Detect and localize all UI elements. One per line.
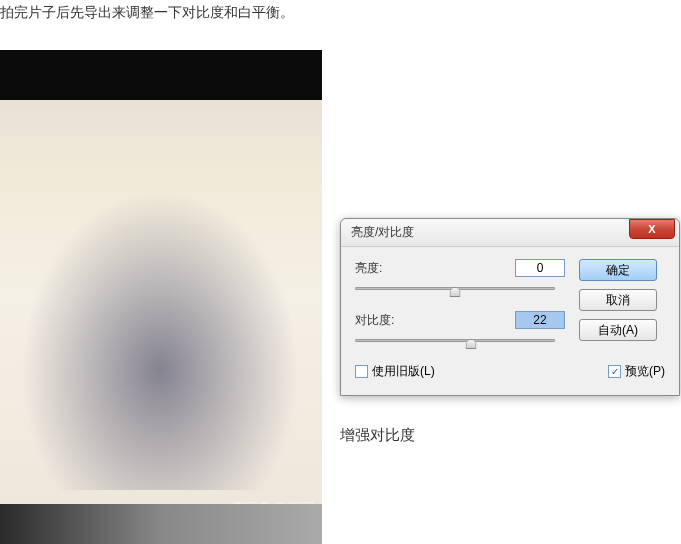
- close-icon: X: [648, 223, 655, 235]
- preview-label: 预览(P): [625, 363, 665, 380]
- caption-text: 增强对比度: [340, 426, 415, 445]
- watermark: 查字典 教程网 jiaocheng.chazidian.com: [193, 500, 314, 530]
- contrast-input[interactable]: [515, 311, 565, 329]
- contrast-row: 对比度:: [355, 311, 565, 329]
- brightness-slider[interactable]: [355, 283, 555, 297]
- watermark-line1: 查字典 教程网: [193, 500, 314, 517]
- slider-line: [355, 339, 555, 342]
- controls-left: 亮度: 对比度: 使用旧版(L): [355, 259, 565, 380]
- brightness-row: 亮度:: [355, 259, 565, 277]
- legacy-label: 使用旧版(L): [372, 363, 435, 380]
- legacy-checkbox-row: 使用旧版(L): [355, 363, 565, 380]
- contrast-label: 对比度:: [355, 312, 405, 329]
- studio-photo: 查字典 教程网 jiaocheng.chazidian.com: [0, 50, 322, 544]
- instruction-text: 拍完片子后先导出来调整一下对比度和白平衡。: [0, 4, 294, 22]
- close-button[interactable]: X: [629, 219, 675, 239]
- dialog-body: 亮度: 对比度: 使用旧版(L) 确定: [341, 247, 679, 392]
- controls-right: 确定 取消 自动(A): [579, 247, 679, 341]
- dialog-titlebar[interactable]: 亮度/对比度 X: [341, 219, 679, 247]
- preview-checkbox[interactable]: ✓: [608, 365, 621, 378]
- brightness-input[interactable]: [515, 259, 565, 277]
- ok-button[interactable]: 确定: [579, 259, 657, 281]
- brightness-label: 亮度:: [355, 260, 405, 277]
- contrast-slider[interactable]: [355, 335, 555, 349]
- dialog-title: 亮度/对比度: [351, 224, 414, 241]
- auto-button[interactable]: 自动(A): [579, 319, 657, 341]
- photo-content: [20, 190, 300, 490]
- legacy-checkbox[interactable]: [355, 365, 368, 378]
- watermark-line2: jiaocheng.chazidian.com: [193, 517, 314, 530]
- cancel-button[interactable]: 取消: [579, 289, 657, 311]
- preview-checkbox-row: ✓ 预览(P): [608, 363, 665, 380]
- brightness-contrast-dialog: 亮度/对比度 X 亮度: 对比度:: [340, 218, 680, 396]
